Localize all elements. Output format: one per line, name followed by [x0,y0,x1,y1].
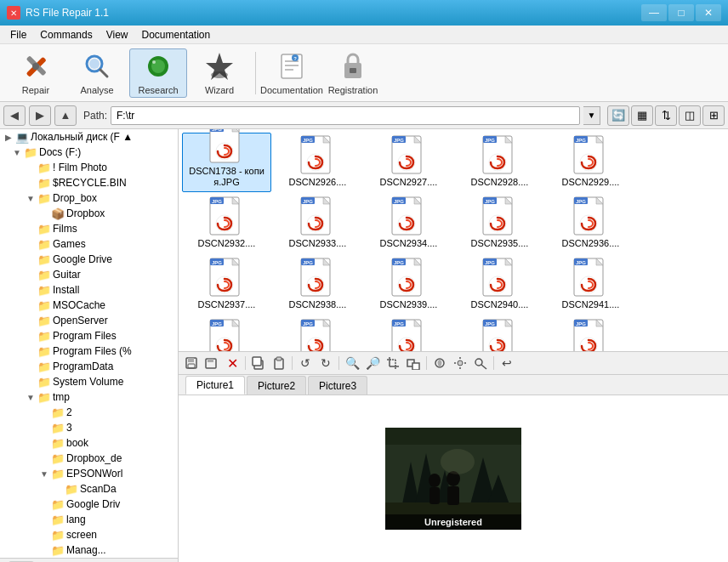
file-item[interactable]: JPG DSCN2941.... [546,255,635,315]
tree-item-progfiles86[interactable]: 📁 Program Files (% [0,343,178,359]
toolbar-documentation[interactable]: ? Documentation [263,48,321,98]
tree-item-manag[interactable]: 📁 Manag... [0,542,178,558]
undo-button[interactable]: ↩ [498,355,516,372]
tree-item-3[interactable]: 📁 3 [0,420,178,435]
file-item[interactable]: JPG DSCN2939.... [364,255,453,315]
file-item[interactable]: JPG DSCN2929.... [546,133,635,192]
tree-item-dropbox-inner[interactable]: 📦 Dropbox [0,206,178,221]
crop-button[interactable] [384,355,402,372]
file-thumbnail: JPG [298,318,338,351]
tree-item-local-disk[interactable]: ▶ 💻 Локальный диск (F ▲ [0,129,178,145]
menu-documentation[interactable]: Documentation [135,27,218,43]
nav-option1-button[interactable]: ◫ [679,105,701,126]
paste-button[interactable] [270,355,288,372]
tree-item-openserver[interactable]: 📁 OpenServer [0,313,178,328]
maximize-button[interactable]: □ [668,4,694,21]
save-button[interactable] [182,355,201,372]
file-item[interactable]: JPG DSCN2926.... [273,133,362,192]
tree-toggle: ▼ [37,469,51,479]
back-button[interactable]: ◀ [3,105,26,126]
menu-commands[interactable]: Commands [33,27,99,43]
tree-item-games[interactable]: 📁 Games [0,236,178,252]
tab-picture2[interactable]: Picture2 [247,376,306,395]
svg-rect-107 [208,359,213,362]
tree-item-system-vol[interactable]: 📁 System Volume [0,374,178,389]
tree-item-google-driv[interactable]: 📁 Google Driv [0,497,178,512]
toolbar-research[interactable]: Research [129,48,187,98]
nav-refresh-button[interactable]: 🔄 [607,105,629,126]
file-item[interactable]: JPG DSCN2927.... [364,133,453,192]
zoom-out-button[interactable]: 🔎 [363,355,382,372]
tree-item-films[interactable]: 📁 Films [0,221,178,236]
svg-text:?: ? [293,56,297,61]
tab-picture3[interactable]: Picture3 [308,376,367,395]
tree-item-docs[interactable]: ▼ 📁 Docs (F:) [0,145,178,160]
color-button[interactable] [430,355,449,372]
toolbar-analyse[interactable]: Analyse [68,48,126,98]
resize-button[interactable] [404,355,423,372]
tree-item-progfiles[interactable]: 📁 Program Files [0,328,178,343]
nav-option2-button[interactable]: ⊞ [702,105,725,126]
key-button[interactable] [471,355,490,372]
brightness-button[interactable] [451,355,469,372]
file-item[interactable]: JPG DSCN2943.... [273,316,362,351]
tree-item-recycle[interactable]: 📁 $RECYCLE.BIN [0,175,178,190]
nav-view-button[interactable]: ▦ [631,105,653,126]
close-button[interactable]: ✕ [696,4,721,21]
tree-item-progdata[interactable]: 📁 ProgramData [0,359,178,374]
file-item[interactable]: JPG DSCN2932.... [182,194,271,253]
tree-item-epson[interactable]: ▼ 📁 EPSONWorl [0,466,178,481]
minimize-button[interactable]: — [641,4,667,21]
menu-view[interactable]: View [100,27,135,43]
file-item[interactable]: JPG DSCN2945.... [455,316,544,351]
file-item[interactable]: JPG DSCN2936.... [546,194,635,253]
tree-item-scanda[interactable]: 📁 ScanDa [0,481,178,497]
file-item[interactable]: JPG DSCN2944.... [364,316,453,351]
file-item[interactable]: JPG DSCN2940.... [455,255,544,315]
toolbar-registration[interactable]: Registration [324,48,382,98]
research-icon [143,51,173,82]
file-item[interactable]: JPG DSCN2935.... [455,194,544,253]
forward-button[interactable]: ▶ [29,105,51,126]
toolbar-repair[interactable]: Repair [7,48,65,98]
toolbar-wizard[interactable]: Wizard [191,48,248,98]
file-item[interactable]: JPG DSCN2942.... [182,316,271,351]
tree-item-guitar[interactable]: 📁 Guitar [0,267,178,282]
save2-button[interactable] [202,355,221,372]
delete-button[interactable]: ✕ [223,355,242,372]
tree-item-dropbox-de[interactable]: 📁 Dropbox_de [0,451,178,466]
copy-button[interactable] [249,355,268,372]
nav-sort-button[interactable]: ⇅ [655,105,677,126]
file-item[interactable]: JPG DSCN2928.... [455,133,544,192]
tree-item-screen[interactable]: 📁 screen [0,527,178,542]
file-item[interactable]: JPG DSCN2937.... [182,255,271,315]
rotate-left-button[interactable]: ↺ [296,355,315,372]
tree-item-dropbox[interactable]: ▼ 📁 Drop_box [0,190,178,206]
tree-item-install[interactable]: 📁 Install [0,282,178,298]
zoom-in-button[interactable]: 🔍 [343,355,361,372]
file-item[interactable]: JPG DSCN2946.... [546,316,635,351]
file-thumbnail: JPG [207,129,247,164]
tree-item-gdrive[interactable]: 📁 Google Drive [0,252,178,267]
tab-picture1[interactable]: Picture1 [185,376,245,395]
registration-icon [338,51,368,82]
tree-item-film-photo[interactable]: 📁 ! Film Photo [0,160,178,175]
tree-toggle: ▼ [10,148,24,157]
file-item[interactable]: JPG DSCN1738 - копия.JPG [182,133,271,192]
tree-item-lang[interactable]: 📁 lang [0,512,178,527]
file-item[interactable]: JPG DSCN2934.... [364,194,453,253]
path-dropdown[interactable]: ▼ [583,106,600,125]
file-item[interactable]: JPG DSCN2938.... [273,255,362,315]
tree-item-2[interactable]: 📁 2 [0,405,178,420]
up-button[interactable]: ▲ [54,105,77,126]
file-item[interactable]: JPG DSCN2933.... [273,194,362,253]
separator [338,356,339,370]
tree-item-book[interactable]: 📁 book [0,435,178,451]
rotate-right-button[interactable]: ↻ [316,355,335,372]
tree-item-msocache[interactable]: 📁 MSOCache [0,298,178,313]
path-input[interactable] [111,106,580,125]
tree-label: Program Files [53,330,117,342]
tree-item-tmp[interactable]: ▼ 📁 tmp [0,389,178,405]
menu-file[interactable]: File [3,27,33,43]
file-thumbnail: JPG [571,134,611,175]
